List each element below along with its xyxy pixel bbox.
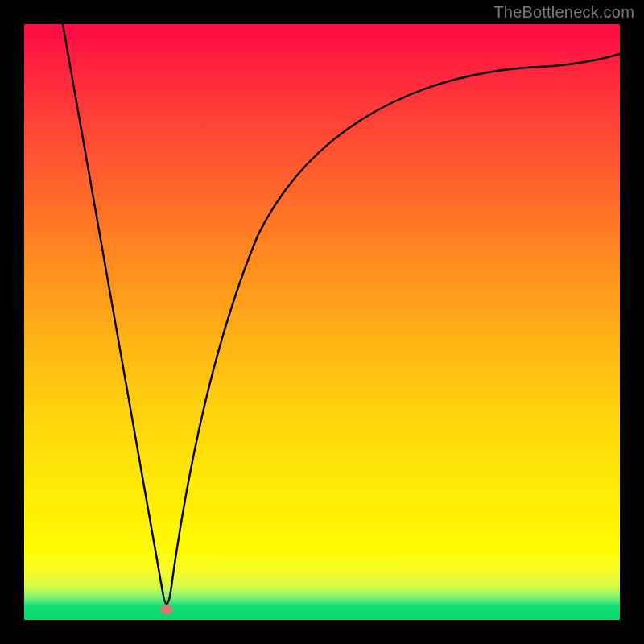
- chart-frame: TheBottleneck.com: [0, 0, 644, 644]
- watermark-text: TheBottleneck.com: [493, 3, 634, 22]
- gradient-plot-area: [24, 24, 620, 620]
